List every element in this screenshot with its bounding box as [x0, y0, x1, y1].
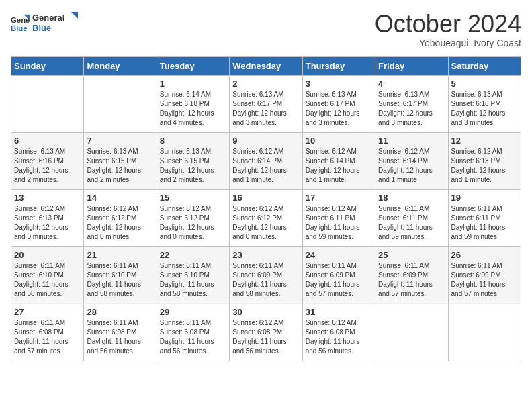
- logo-icon: General Blue: [11, 13, 30, 32]
- cell-info: Sunrise: 6:13 AM Sunset: 6:15 PM Dayligh…: [87, 147, 153, 185]
- calendar-header-row: SundayMondayTuesdayWednesdayThursdayFrid…: [11, 56, 521, 75]
- cell-info: Sunrise: 6:12 AM Sunset: 6:12 PM Dayligh…: [87, 204, 153, 242]
- calendar-cell: 22Sunrise: 6:11 AM Sunset: 6:10 PM Dayli…: [157, 246, 229, 304]
- cell-info: Sunrise: 6:12 AM Sunset: 6:11 PM Dayligh…: [306, 204, 372, 242]
- calendar-cell: 9Sunrise: 6:12 AM Sunset: 6:14 PM Daylig…: [230, 132, 302, 189]
- cell-info: Sunrise: 6:12 AM Sunset: 6:14 PM Dayligh…: [378, 147, 445, 185]
- cell-info: Sunrise: 6:11 AM Sunset: 6:08 PM Dayligh…: [87, 318, 153, 356]
- cell-info: Sunrise: 6:11 AM Sunset: 6:08 PM Dayligh…: [14, 318, 81, 356]
- day-header-tuesday: Tuesday: [157, 56, 229, 75]
- date-number: 19: [451, 193, 518, 203]
- calendar-cell: 13Sunrise: 6:12 AM Sunset: 6:13 PM Dayli…: [11, 189, 84, 246]
- cell-info: Sunrise: 6:12 AM Sunset: 6:12 PM Dayligh…: [232, 204, 299, 242]
- date-number: 14: [87, 193, 153, 203]
- calendar-cell: 18Sunrise: 6:11 AM Sunset: 6:11 PM Dayli…: [375, 189, 448, 246]
- date-number: 18: [378, 193, 445, 203]
- date-number: 11: [378, 136, 445, 146]
- date-number: 20: [14, 250, 81, 260]
- date-number: 22: [160, 250, 226, 260]
- date-number: 16: [232, 193, 299, 203]
- calendar-cell: 14Sunrise: 6:12 AM Sunset: 6:12 PM Dayli…: [84, 189, 157, 246]
- title-block: October 2024 Yoboueagui, Ivory Coast: [375, 11, 521, 48]
- date-number: 7: [87, 136, 153, 146]
- calendar-table: SundayMondayTuesdayWednesdayThursdayFrid…: [11, 56, 521, 361]
- cell-info: Sunrise: 6:11 AM Sunset: 6:10 PM Dayligh…: [160, 261, 226, 299]
- cell-info: Sunrise: 6:11 AM Sunset: 6:11 PM Dayligh…: [378, 204, 445, 242]
- day-header-friday: Friday: [375, 56, 448, 75]
- cell-info: Sunrise: 6:14 AM Sunset: 6:18 PM Dayligh…: [160, 90, 226, 128]
- date-number: 25: [378, 250, 445, 260]
- calendar-cell: 26Sunrise: 6:11 AM Sunset: 6:09 PM Dayli…: [448, 246, 521, 304]
- cell-info: Sunrise: 6:13 AM Sunset: 6:17 PM Dayligh…: [232, 90, 299, 128]
- calendar-cell: 15Sunrise: 6:12 AM Sunset: 6:12 PM Dayli…: [157, 189, 229, 246]
- date-number: 13: [14, 193, 81, 203]
- calendar-cell: [375, 304, 448, 361]
- cell-info: Sunrise: 6:11 AM Sunset: 6:08 PM Dayligh…: [160, 318, 226, 356]
- page-header: General Blue General Blue October 2024 Y…: [11, 11, 521, 48]
- cell-info: Sunrise: 6:12 AM Sunset: 6:13 PM Dayligh…: [451, 147, 518, 185]
- date-number: 12: [451, 136, 518, 146]
- cell-info: Sunrise: 6:11 AM Sunset: 6:09 PM Dayligh…: [306, 261, 372, 299]
- logo-svg: General Blue: [32, 11, 79, 35]
- calendar-cell: 27Sunrise: 6:11 AM Sunset: 6:08 PM Dayli…: [11, 304, 84, 361]
- date-number: 31: [306, 307, 372, 317]
- svg-marker-5: [71, 12, 78, 19]
- date-number: 9: [232, 136, 299, 146]
- cell-info: Sunrise: 6:12 AM Sunset: 6:14 PM Dayligh…: [232, 147, 299, 185]
- date-number: 10: [306, 136, 372, 146]
- day-header-monday: Monday: [84, 56, 157, 75]
- cell-info: Sunrise: 6:11 AM Sunset: 6:09 PM Dayligh…: [232, 261, 299, 299]
- cell-info: Sunrise: 6:13 AM Sunset: 6:15 PM Dayligh…: [160, 147, 226, 185]
- date-number: 2: [232, 79, 299, 89]
- date-number: 15: [160, 193, 226, 203]
- date-number: 3: [306, 79, 372, 89]
- calendar-cell: 6Sunrise: 6:13 AM Sunset: 6:16 PM Daylig…: [11, 132, 84, 189]
- calendar-cell: [11, 75, 84, 132]
- calendar-week-row: 27Sunrise: 6:11 AM Sunset: 6:08 PM Dayli…: [11, 304, 521, 361]
- calendar-cell: 24Sunrise: 6:11 AM Sunset: 6:09 PM Dayli…: [302, 246, 375, 304]
- calendar-cell: 2Sunrise: 6:13 AM Sunset: 6:17 PM Daylig…: [230, 75, 302, 132]
- svg-text:Blue: Blue: [32, 23, 51, 33]
- calendar-week-row: 1Sunrise: 6:14 AM Sunset: 6:18 PM Daylig…: [11, 75, 521, 132]
- date-number: 23: [232, 250, 299, 260]
- calendar-cell: 4Sunrise: 6:13 AM Sunset: 6:17 PM Daylig…: [375, 75, 448, 132]
- date-number: 4: [378, 79, 445, 89]
- cell-info: Sunrise: 6:11 AM Sunset: 6:09 PM Dayligh…: [451, 261, 518, 299]
- svg-text:Blue: Blue: [11, 24, 28, 32]
- calendar-week-row: 6Sunrise: 6:13 AM Sunset: 6:16 PM Daylig…: [11, 132, 521, 189]
- calendar-cell: 7Sunrise: 6:13 AM Sunset: 6:15 PM Daylig…: [84, 132, 157, 189]
- calendar-cell: 28Sunrise: 6:11 AM Sunset: 6:08 PM Dayli…: [84, 304, 157, 361]
- calendar-cell: 5Sunrise: 6:13 AM Sunset: 6:16 PM Daylig…: [448, 75, 521, 132]
- cell-info: Sunrise: 6:13 AM Sunset: 6:17 PM Dayligh…: [378, 90, 445, 128]
- cell-info: Sunrise: 6:12 AM Sunset: 6:12 PM Dayligh…: [160, 204, 226, 242]
- calendar-cell: 12Sunrise: 6:12 AM Sunset: 6:13 PM Dayli…: [448, 132, 521, 189]
- calendar-cell: 3Sunrise: 6:13 AM Sunset: 6:17 PM Daylig…: [302, 75, 375, 132]
- date-number: 28: [87, 307, 153, 317]
- date-number: 8: [160, 136, 226, 146]
- calendar-cell: [84, 75, 157, 132]
- calendar-cell: 16Sunrise: 6:12 AM Sunset: 6:12 PM Dayli…: [230, 189, 302, 246]
- calendar-week-row: 20Sunrise: 6:11 AM Sunset: 6:10 PM Dayli…: [11, 246, 521, 304]
- cell-info: Sunrise: 6:12 AM Sunset: 6:14 PM Dayligh…: [306, 147, 372, 185]
- calendar-cell: 21Sunrise: 6:11 AM Sunset: 6:10 PM Dayli…: [84, 246, 157, 304]
- calendar-cell: 19Sunrise: 6:11 AM Sunset: 6:11 PM Dayli…: [448, 189, 521, 246]
- svg-text:General: General: [32, 13, 64, 23]
- cell-info: Sunrise: 6:13 AM Sunset: 6:17 PM Dayligh…: [306, 90, 372, 128]
- cell-info: Sunrise: 6:11 AM Sunset: 6:11 PM Dayligh…: [451, 204, 518, 242]
- date-number: 24: [306, 250, 372, 260]
- calendar-cell: 30Sunrise: 6:12 AM Sunset: 6:08 PM Dayli…: [230, 304, 302, 361]
- calendar-cell: 31Sunrise: 6:12 AM Sunset: 6:08 PM Dayli…: [302, 304, 375, 361]
- cell-info: Sunrise: 6:12 AM Sunset: 6:13 PM Dayligh…: [14, 204, 81, 242]
- date-number: 5: [451, 79, 518, 89]
- date-number: 21: [87, 250, 153, 260]
- date-number: 27: [14, 307, 81, 317]
- cell-info: Sunrise: 6:11 AM Sunset: 6:09 PM Dayligh…: [378, 261, 445, 299]
- calendar-cell: 17Sunrise: 6:12 AM Sunset: 6:11 PM Dayli…: [302, 189, 375, 246]
- calendar-week-row: 13Sunrise: 6:12 AM Sunset: 6:13 PM Dayli…: [11, 189, 521, 246]
- cell-info: Sunrise: 6:11 AM Sunset: 6:10 PM Dayligh…: [14, 261, 81, 299]
- date-number: 1: [160, 79, 226, 89]
- day-header-thursday: Thursday: [302, 56, 375, 75]
- calendar-cell: 10Sunrise: 6:12 AM Sunset: 6:14 PM Dayli…: [302, 132, 375, 189]
- calendar-cell: 25Sunrise: 6:11 AM Sunset: 6:09 PM Dayli…: [375, 246, 448, 304]
- date-number: 17: [306, 193, 372, 203]
